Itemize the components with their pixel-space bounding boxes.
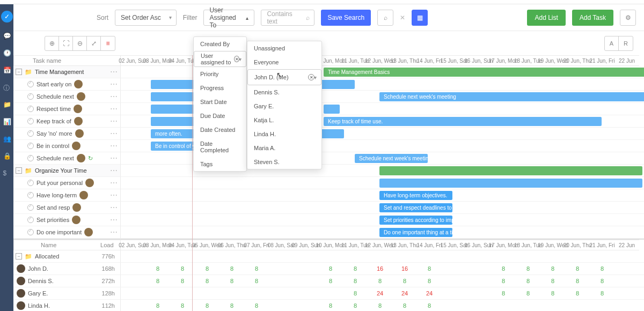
status-circle[interactable] <box>27 229 34 235</box>
gantt-bar[interactable]: Set and respect deadlines to complete <box>379 203 452 212</box>
save-search-button[interactable]: Save Search <box>321 10 371 26</box>
user-name: Linda H. <box>28 302 50 309</box>
gantt-bar[interactable]: Set priorities according to importance <box>379 216 452 225</box>
row-actions[interactable]: ⋯ <box>110 228 120 236</box>
toggle-r[interactable]: R <box>619 36 633 50</box>
expand-toggle[interactable]: − <box>16 69 22 75</box>
gantt-bar[interactable]: Have long-term objectives. <box>379 191 452 200</box>
status-circle[interactable] <box>27 204 34 211</box>
fit-icon[interactable]: ⛶ <box>59 36 73 50</box>
clock-icon[interactable]: 🕐 <box>3 49 11 57</box>
row-actions[interactable]: ⋯ <box>110 154 120 162</box>
expand-icon[interactable]: ⤢ <box>87 36 101 50</box>
calendar-icon[interactable]: 📅 <box>3 66 11 74</box>
info-icon[interactable]: ⓘ <box>3 84 11 91</box>
avatar <box>77 154 85 162</box>
status-circle[interactable] <box>27 143 34 149</box>
gantt-bar[interactable]: Schedule next week's meeting <box>379 92 644 101</box>
status-circle[interactable] <box>27 130 34 137</box>
hours-cell <box>121 263 145 275</box>
status-circle[interactable] <box>27 217 34 223</box>
avatar <box>72 216 80 224</box>
hours-cell: 8 <box>565 287 590 299</box>
hours-cell <box>442 263 466 275</box>
status-circle[interactable] <box>27 93 34 100</box>
gantt-bar[interactable] <box>379 179 642 188</box>
gantt-bar[interactable] <box>324 105 340 114</box>
lock-icon[interactable]: 🔒 <box>3 152 11 160</box>
row-actions[interactable]: ⋯ <box>110 179 120 187</box>
row-actions[interactable]: ⋯ <box>110 92 120 101</box>
gantt-bar[interactable]: Do one important thing at a time but man… <box>379 228 452 237</box>
zoom-out-icon[interactable]: ⊖ <box>73 36 87 50</box>
collapse-icon[interactable]: ≡ <box>101 36 115 50</box>
status-circle[interactable] <box>27 155 34 161</box>
folder-icon[interactable]: 📁 <box>3 101 11 108</box>
gantt-row: Set priorities⋯Set priorities according … <box>13 214 644 226</box>
date-header-cell: 09 Jun, Sun <box>294 240 318 250</box>
clear-filter[interactable]: ✕ <box>400 14 405 21</box>
clear-icon: ✕ <box>234 56 239 62</box>
status-circle[interactable] <box>27 180 34 186</box>
task-row-left: Schedule next⋯ <box>13 91 121 103</box>
row-actions[interactable]: ⋯ <box>110 80 120 88</box>
search-icon-button[interactable]: ⌕ <box>377 10 393 26</box>
task-row-left: Respect time⋯ <box>13 103 121 115</box>
row-actions[interactable]: ⋯ <box>110 117 120 125</box>
check-icon[interactable]: ✓ <box>1 11 13 23</box>
hours-cell <box>466 287 491 299</box>
gantt-bar[interactable]: Time Management Basics <box>324 68 644 77</box>
date-header-cell: 21 Jun, Fri <box>590 240 614 250</box>
expand-toggle[interactable]: − <box>16 167 22 174</box>
date-header-cell: 12 Jun, Wed <box>368 240 392 250</box>
zoom-in-icon[interactable]: ⊕ <box>45 36 59 50</box>
row-actions[interactable]: ⋯ <box>110 105 120 113</box>
people-icon[interactable]: 👥 <box>3 135 11 143</box>
gantt-bar[interactable]: Schedule next week's meeting <box>355 154 428 163</box>
hours-cell: 8 <box>195 275 219 287</box>
search-input[interactable]: Contains text <box>261 10 314 26</box>
chat-icon[interactable]: 💬 <box>3 32 11 40</box>
row-actions[interactable]: ⋯ <box>110 129 120 138</box>
add-list-button[interactable]: Add List <box>527 10 565 26</box>
sort-select[interactable]: Set Order Asc <box>115 10 177 26</box>
date-header-cell: 22 Jun <box>614 55 639 66</box>
ar-toggle: A R <box>604 36 633 51</box>
clear-icon: ✕ <box>308 74 314 80</box>
gantt-bar[interactable]: Keep track of time use. <box>324 117 602 126</box>
row-actions[interactable]: ⋯ <box>110 166 120 175</box>
row-actions[interactable]: ⋯ <box>110 68 120 76</box>
hours-cell: 8 <box>516 263 540 275</box>
status-circle[interactable] <box>27 118 34 124</box>
chart-icon[interactable]: 📊 <box>3 118 11 125</box>
row-actions[interactable]: ⋯ <box>110 191 120 199</box>
gantt-bar[interactable] <box>379 166 642 175</box>
filter-select[interactable]: User Assigned To <box>203 10 254 26</box>
hours-cell: 8 <box>343 287 368 299</box>
user-name: Gary E. <box>28 290 48 297</box>
gantt-row: Start early on⋯ <box>13 78 644 91</box>
hours-cell <box>540 300 565 311</box>
filter-label: Filter <box>183 14 197 21</box>
view-toggle[interactable]: ▦ <box>412 10 428 26</box>
hours-cell <box>269 300 294 311</box>
row-actions[interactable]: ⋯ <box>110 142 120 150</box>
filter-field-dropdown: Created By User assigned to✕ Priority Pr… <box>193 36 247 172</box>
hours-cell: 8 <box>343 275 368 287</box>
gantt-row: Be in control⋯Be in control of your own … <box>13 140 644 152</box>
toggle-a[interactable]: A <box>605 36 619 50</box>
date-header-cell: 03 Jun, Mon <box>145 55 170 66</box>
row-actions[interactable]: ⋯ <box>110 216 120 224</box>
status-circle[interactable] <box>27 81 34 87</box>
settings-button[interactable]: ⚙ <box>620 10 636 26</box>
add-task-button[interactable]: Add Task <box>572 10 613 26</box>
avatar <box>77 92 85 101</box>
row-actions[interactable]: ⋯ <box>110 203 120 212</box>
task-name: Set and resp <box>36 204 70 211</box>
left-nav-rail: ✓ 💬 🕐 📅 ⓘ 📁 📊 👥 🔒 $ <box>0 4 13 311</box>
status-circle[interactable] <box>27 106 34 112</box>
expand-toggle[interactable]: − <box>16 253 22 260</box>
status-circle[interactable] <box>27 192 34 198</box>
dollar-icon[interactable]: $ <box>3 169 11 177</box>
date-header-cell: 03 Jun, Mon <box>145 240 170 250</box>
